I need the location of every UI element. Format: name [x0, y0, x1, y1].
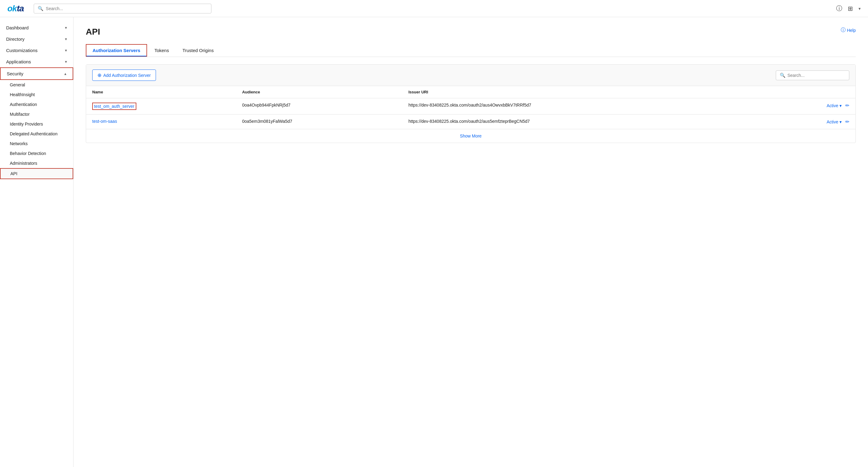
tab-tokens[interactable]: Tokens	[148, 44, 175, 57]
row-2-name-cell: test-om-saas	[86, 114, 236, 129]
sidebar-item-security-label: Security	[7, 71, 23, 76]
row-1-actions-cell: Active ▾ ✏	[762, 98, 856, 114]
tab-trusted-origins[interactable]: Trusted Origins	[176, 44, 220, 57]
sidebar-item-directory[interactable]: Directory ▾	[0, 33, 73, 45]
sidebar-sub-item-delegated-authentication[interactable]: Delegated Authentication	[0, 129, 73, 139]
sidebar-item-applications-label: Applications	[6, 59, 31, 64]
row-2-edit-icon[interactable]: ✏	[845, 119, 849, 125]
apps-grid-icon: ⊞	[848, 5, 853, 12]
page-title: API	[86, 27, 100, 37]
row-1-name-cell: test_om_auth_server	[86, 98, 236, 114]
row-1-action-col: Active ▾ ✏	[768, 103, 849, 108]
okta-logo: okta	[7, 4, 24, 13]
global-search-bar[interactable]: 🔍	[34, 4, 211, 13]
sidebar-item-security[interactable]: Security ▴	[0, 67, 73, 80]
nav-icons: ⓘ ⊞ ▾	[836, 4, 861, 12]
row-2-issuer-uri-cell: https://dev-83408225.okta.com/oauth2/aus…	[402, 114, 762, 129]
row-1-audience-cell: 0oa4Ovpb944FpkNRj5d7	[236, 98, 402, 114]
table-header: Name Audience Issuer URI	[86, 86, 856, 98]
col-header-issuer-uri: Issuer URI	[402, 86, 762, 98]
sidebar: Dashboard ▾ Directory ▾ Customizations ▾…	[0, 17, 73, 467]
sidebar-item-customizations[interactable]: Customizations ▾	[0, 45, 73, 56]
col-header-audience: Audience	[236, 86, 402, 98]
table-search-bar[interactable]: 🔍	[776, 70, 849, 80]
authorization-servers-table-area: ⊕ Add Authorization Server 🔍 Name Audien…	[86, 64, 856, 143]
main-content: API ⓘ Help Authorization Servers Tokens …	[73, 17, 868, 467]
col-header-name: Name	[86, 86, 236, 98]
row-1-edit-icon[interactable]: ✏	[845, 103, 849, 108]
chevron-down-icon: ▾	[65, 59, 67, 64]
help-circle-icon: ⓘ	[836, 4, 842, 12]
sidebar-sub-item-behavior-detection[interactable]: Behavior Detection	[0, 148, 73, 158]
sidebar-item-dashboard[interactable]: Dashboard ▾	[0, 22, 73, 33]
help-circle-icon: ⓘ	[841, 27, 846, 33]
sidebar-item-directory-label: Directory	[6, 36, 25, 42]
row-2-actions-cell: Active ▾ ✏	[762, 114, 856, 129]
table-search-input[interactable]	[787, 73, 845, 78]
chevron-down-icon: ▾	[65, 25, 67, 30]
dropdown-chevron-icon: ▾	[839, 103, 842, 108]
row-2-name-link[interactable]: test-om-saas	[92, 119, 117, 124]
row-2-action-col: Active ▾ ✏	[768, 119, 849, 125]
search-icon: 🔍	[780, 73, 785, 78]
sidebar-sub-item-api[interactable]: API	[0, 168, 73, 179]
table-body: test_om_auth_server 0oa4Ovpb944FpkNRj5d7…	[86, 98, 856, 143]
page-header: API ⓘ Help	[86, 27, 856, 37]
plus-icon: ⊕	[97, 72, 101, 78]
row-1-name-link[interactable]: test_om_auth_server	[92, 103, 136, 110]
search-icon: 🔍	[38, 6, 43, 11]
top-nav: okta 🔍 ⓘ ⊞ ▾	[0, 0, 868, 17]
chevron-down-icon: ▾	[65, 37, 67, 41]
show-more-row: Show More	[86, 129, 856, 143]
sidebar-sub-item-identity-providers[interactable]: Identity Providers	[0, 119, 73, 129]
table-toolbar: ⊕ Add Authorization Server 🔍	[86, 65, 856, 86]
chevron-down-icon: ▾	[65, 48, 67, 53]
tabs-bar: Authorization Servers Tokens Trusted Ori…	[86, 44, 856, 57]
user-menu-chevron-icon: ▾	[859, 6, 861, 11]
row-1-issuer-uri-cell: https://dev-83408225.okta.com/oauth2/aus…	[402, 98, 762, 114]
row-1-status-badge[interactable]: Active ▾	[827, 103, 842, 108]
show-more-cell: Show More	[86, 129, 856, 143]
sidebar-sub-item-multifactor[interactable]: Multifactor	[0, 109, 73, 119]
chevron-up-icon: ▴	[64, 71, 66, 76]
row-2-audience-cell: 0oa5em3m081yFalWa5d7	[236, 114, 402, 129]
add-authorization-server-button[interactable]: ⊕ Add Authorization Server	[92, 69, 156, 81]
table-row: test_om_auth_server 0oa4Ovpb944FpkNRj5d7…	[86, 98, 856, 114]
sidebar-item-applications[interactable]: Applications ▾	[0, 56, 73, 67]
sidebar-item-customizations-label: Customizations	[6, 48, 38, 53]
tab-authorization-servers[interactable]: Authorization Servers	[86, 44, 147, 57]
show-more-link[interactable]: Show More	[460, 134, 482, 138]
sidebar-sub-item-healthinsight[interactable]: HealthInsight	[0, 90, 73, 100]
table-row: test-om-saas 0oa5em3m081yFalWa5d7 https:…	[86, 114, 856, 129]
row-2-status-badge[interactable]: Active ▾	[827, 120, 842, 124]
sidebar-sub-item-general[interactable]: General	[0, 80, 73, 90]
sidebar-sub-item-networks[interactable]: Networks	[0, 139, 73, 148]
global-search-input[interactable]	[46, 6, 208, 11]
col-header-actions	[762, 86, 856, 98]
authorization-servers-table: Name Audience Issuer URI test_om_auth_se…	[86, 86, 856, 143]
apps-grid-button[interactable]: ⊞	[848, 5, 853, 12]
sidebar-sub-item-administrators[interactable]: Administrators	[0, 158, 73, 168]
dropdown-chevron-icon: ▾	[839, 120, 842, 124]
sidebar-sub-item-authentication[interactable]: Authentication	[0, 100, 73, 109]
help-icon-button[interactable]: ⓘ	[836, 4, 842, 12]
sidebar-item-dashboard-label: Dashboard	[6, 25, 29, 30]
help-link[interactable]: ⓘ Help	[841, 27, 856, 33]
security-submenu: General HealthInsight Authentication Mul…	[0, 80, 73, 179]
app-layout: Dashboard ▾ Directory ▾ Customizations ▾…	[0, 17, 868, 467]
